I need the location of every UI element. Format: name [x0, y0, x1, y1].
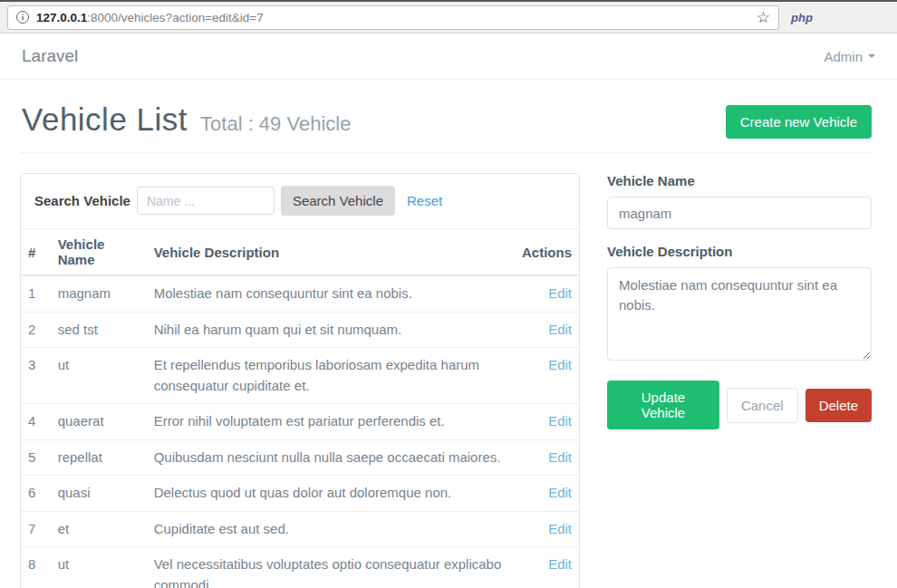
- vehicle-name-cell: sed tst: [51, 312, 147, 348]
- table-row: 3 ut Et repellendus temporibus laboriosa…: [21, 348, 579, 404]
- vehicle-name-cell: quasi: [51, 476, 147, 512]
- bookmark-star-icon[interactable]: ☆: [757, 10, 770, 25]
- page-header: Vehicle List Total : 49 Vehicle Create n…: [20, 101, 872, 139]
- edit-link[interactable]: Edit: [548, 285, 572, 301]
- row-index: 5: [21, 439, 51, 476]
- url-text: 127.0.0.1:8000/vehicles?action=edit&id=7: [36, 11, 264, 24]
- edit-link[interactable]: Edit: [548, 322, 572, 337]
- table-header-row: # Vehicle Name Vehicle Description Actio…: [21, 229, 579, 275]
- table-row: 7 et Cupiditate est aut sed. Edit: [21, 511, 579, 547]
- edit-link[interactable]: Edit: [548, 556, 572, 572]
- table-row: 2 sed tst Nihil ea harum quam qui et sit…: [21, 312, 579, 348]
- table-row: 4 quaerat Error nihil voluptatem est par…: [21, 404, 579, 440]
- edit-link[interactable]: Edit: [548, 485, 572, 500]
- browser-chrome: i 127.0.0.1:8000/vehicles?action=edit&id…: [0, 0, 897, 34]
- vehicle-description-label: Vehicle Description: [607, 244, 872, 259]
- table-row: 1 magnam Molestiae nam consequuntur sint…: [21, 275, 579, 312]
- row-index: 8: [21, 547, 51, 588]
- address-bar[interactable]: i 127.0.0.1:8000/vehicles?action=edit&id…: [7, 5, 779, 30]
- header-vehicle-description: Vehicle Description: [147, 229, 515, 275]
- vehicle-description-cell: Nihil ea harum quam qui et sit numquam.: [147, 312, 515, 348]
- edit-vehicle-form: Vehicle Name Vehicle Description Molesti…: [607, 173, 872, 429]
- vehicle-name-cell: magnam: [51, 275, 147, 312]
- vehicle-description-cell: Error nihil voluptatem est pariatur perf…: [147, 404, 515, 440]
- reset-link[interactable]: Reset: [407, 193, 442, 208]
- vehicle-name-cell: repellat: [51, 439, 147, 476]
- search-label: Search Vehicle: [34, 193, 130, 208]
- row-index: 1: [21, 275, 51, 312]
- edit-link[interactable]: Edit: [548, 521, 572, 536]
- divider: [20, 152, 872, 153]
- edit-link[interactable]: Edit: [548, 449, 572, 465]
- vehicle-name-cell: ut: [51, 547, 147, 588]
- url-path: :8000/vehicles?action=edit&id=7: [87, 11, 263, 24]
- vehicle-name-cell: ut: [51, 348, 147, 404]
- vehicle-name-cell: et: [51, 511, 147, 547]
- navbar: Laravel Admin: [0, 34, 897, 80]
- row-index: 7: [21, 511, 51, 547]
- header-actions: Actions: [515, 229, 579, 275]
- table-row: 6 quasi Delectus quod ut quas dolor aut …: [21, 476, 579, 512]
- vehicle-table: # Vehicle Name Vehicle Description Actio…: [21, 229, 579, 588]
- brand-link[interactable]: Laravel: [22, 46, 78, 66]
- search-button[interactable]: Search Vehicle: [281, 186, 395, 216]
- vehicle-name-label: Vehicle Name: [607, 173, 872, 188]
- update-vehicle-button[interactable]: Update Vehicle: [607, 381, 719, 429]
- row-index: 4: [21, 404, 51, 440]
- cancel-button[interactable]: Cancel: [727, 388, 798, 423]
- admin-dropdown[interactable]: Admin: [824, 49, 875, 64]
- vehicle-description-cell: Et repellendus temporibus laboriosam exp…: [147, 348, 515, 404]
- row-index: 6: [21, 476, 51, 512]
- vehicle-name-cell: quaerat: [51, 404, 147, 440]
- table-row: 5 repellat Quibusdam nesciunt nulla null…: [21, 439, 579, 476]
- page-title: Vehicle List: [22, 101, 188, 138]
- header-index: #: [21, 229, 51, 275]
- header-vehicle-name: Vehicle Name: [51, 229, 147, 275]
- edit-link[interactable]: Edit: [548, 413, 572, 429]
- chevron-down-icon: [868, 54, 875, 58]
- admin-dropdown-label: Admin: [824, 49, 863, 64]
- total-count-label: Total : 49 Vehicle: [200, 112, 351, 136]
- form-buttons: Update Vehicle Cancel Delete: [607, 381, 872, 429]
- vehicle-list-card: Search Vehicle Search Vehicle Reset # Ve…: [20, 173, 580, 588]
- php-extension-badge[interactable]: php: [791, 11, 813, 24]
- vehicle-description-cell: Vel necessitatibus voluptates optio cons…: [147, 547, 515, 588]
- vehicle-description-cell: Delectus quod ut quas dolor aut doloremq…: [147, 476, 515, 512]
- url-host: 127.0.0.1: [36, 11, 87, 24]
- row-index: 2: [21, 312, 51, 348]
- search-input[interactable]: [137, 187, 275, 215]
- vehicle-description-cell: Quibusdam nesciunt nulla nulla saepe occ…: [147, 439, 515, 476]
- vehicle-description-cell: Molestiae nam consequuntur sint ea nobis…: [147, 275, 515, 312]
- page-content: Vehicle List Total : 49 Vehicle Create n…: [0, 80, 897, 588]
- vehicle-description-cell: Cupiditate est aut sed.: [147, 511, 515, 547]
- main-content: Search Vehicle Search Vehicle Reset # Ve…: [20, 173, 872, 588]
- edit-link[interactable]: Edit: [548, 357, 572, 372]
- row-index: 3: [21, 348, 51, 404]
- title-wrap: Vehicle List Total : 49 Vehicle: [20, 101, 351, 138]
- search-form: Search Vehicle Search Vehicle Reset: [21, 174, 579, 229]
- vehicle-name-input[interactable]: [607, 197, 872, 229]
- delete-button[interactable]: Delete: [805, 389, 872, 422]
- create-vehicle-button[interactable]: Create new Vehicle: [726, 105, 872, 139]
- vehicle-description-textarea[interactable]: Molestiae nam consequuntur sint ea nobis…: [607, 267, 872, 361]
- table-row: 8 ut Vel necessitatibus voluptates optio…: [21, 547, 579, 588]
- page-info-icon[interactable]: i: [16, 11, 29, 24]
